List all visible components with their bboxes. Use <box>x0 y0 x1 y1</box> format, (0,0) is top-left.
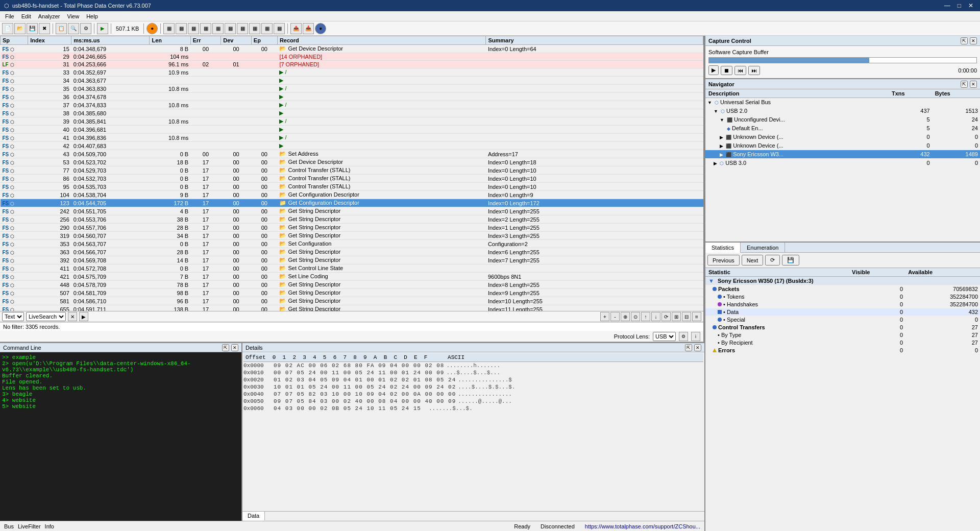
cmd-body[interactable]: >> example 2> open(u'D:\\Program Files\\… <box>0 352 241 521</box>
search-go-button[interactable]: ▶ <box>79 312 88 321</box>
table-row[interactable]: FS ⬡ 42 0:04.407,683 ▶ <box>1 142 703 150</box>
maximize-button[interactable]: □ <box>955 2 964 10</box>
tb-grid5[interactable]: ▦ <box>212 23 224 34</box>
minimize-button[interactable]: — <box>942 2 953 10</box>
nav-row[interactable]: ▶ ⬛ Sony Ericsson W3... 432 1489 <box>705 150 980 159</box>
cell-record[interactable]: 📂 Control Transfer (STALL) <box>277 183 486 191</box>
table-row[interactable]: FS ⬡ 36 0:04.374,678 ▶ <box>1 93 703 101</box>
cell-record[interactable]: 📂 Get Configuration Descriptor <box>277 191 486 199</box>
cc-stop-btn[interactable]: ⏹ <box>721 66 732 75</box>
lens-icon-1[interactable]: + <box>600 312 609 321</box>
stats-row[interactable]: • By Recipient 0 27 <box>705 339 980 347</box>
table-row[interactable]: FS ⬡ 290 0:04.557,706 28 B 17 00 00 📂 Ge… <box>1 224 703 232</box>
table-row[interactable]: FS ⬡ 104 0:04.538,704 9 B 17 00 00 📂 Get… <box>1 191 703 199</box>
tb-grid2[interactable]: ▦ <box>176 23 187 34</box>
cell-record[interactable]: 📂 Set Address <box>277 150 486 158</box>
menu-view[interactable]: View <box>64 12 83 20</box>
table-row[interactable]: FS ⬡ 86 0:04.532,703 0 B 17 00 00 📂 Cont… <box>1 175 703 183</box>
tree-arrow[interactable]: ▶ <box>714 161 717 166</box>
details-tab-data[interactable]: Data <box>242 512 265 521</box>
table-row[interactable]: FS ⬡ 39 0:04.385,841 10.8 ms ▶ / <box>1 117 703 126</box>
menu-edit[interactable]: Edit <box>18 12 34 20</box>
tree-arrow[interactable]: ▼ <box>707 100 712 105</box>
cc-skip-btn[interactable]: ⏭ <box>748 66 760 75</box>
cell-record[interactable]: 📁 Get Configuration Descriptor <box>277 199 486 207</box>
save-button[interactable]: 💾 <box>27 23 38 34</box>
lens-icon-5[interactable]: ↑ <box>641 312 650 321</box>
table-row[interactable]: FS ⬡ 256 0:04.553,706 38 B 17 00 00 📂 Ge… <box>1 215 703 224</box>
lens-icon-9[interactable]: ⊟ <box>682 312 691 321</box>
lens-icon-8[interactable]: ⊞ <box>672 312 681 321</box>
table-row[interactable]: FS ⬡ 43 0:04.509,700 0 B 00 00 00 📂 Set … <box>1 150 703 158</box>
cell-record[interactable]: [7 ORPHANED] <box>277 61 486 68</box>
lens-icon-3[interactable]: ⊕ <box>621 312 630 321</box>
stats-body[interactable]: Statistic Visible Available ▼ Sony Erics… <box>705 268 980 531</box>
lens-apply-btn[interactable]: ⚙ <box>679 332 688 341</box>
details-float-btn[interactable]: ⇱ <box>685 344 692 351</box>
cell-record[interactable]: 📂 Get String Descriptor <box>277 207 486 215</box>
tb-grid8[interactable]: ▦ <box>249 23 260 34</box>
cc-close-btn[interactable]: ✕ <box>970 37 977 44</box>
tb-grid7[interactable]: ▦ <box>237 23 248 34</box>
cell-record[interactable]: ▶ / <box>277 85 486 93</box>
lens-info-btn[interactable]: i <box>691 332 700 341</box>
details-close-btn[interactable]: ✕ <box>694 344 701 351</box>
cell-record[interactable]: ▶ / <box>277 68 486 77</box>
nav-row[interactable]: ▼ ⬛ Unconfigured Devi... 5 24 <box>705 115 980 124</box>
table-row[interactable]: FS ⬡ 53 0:04.523,702 18 B 17 00 00 📂 Get… <box>1 158 703 166</box>
nav-row[interactable]: ▶ ⬛ Unknown Device (... 0 0 <box>705 133 980 141</box>
tb-export1[interactable]: 📤 <box>290 23 302 34</box>
table-row[interactable]: FS ⬡ 35 0:04.363,830 10.8 ms ▶ / <box>1 85 703 93</box>
cell-record[interactable]: 📂 Get Device Descriptor <box>277 45 486 53</box>
menu-analyzer[interactable]: Analyzer <box>35 12 63 20</box>
cell-record[interactable]: 📂 Get String Descriptor <box>277 305 486 311</box>
cell-record[interactable]: 📂 Set Control Line State <box>277 264 486 273</box>
details-controls[interactable]: ⇱ ✕ <box>685 344 701 351</box>
table-row[interactable]: FS ⬡ 15 0:04.348,679 8 B 00 00 00 📂 Get … <box>1 45 703 53</box>
tb-grid1[interactable]: ▦ <box>163 23 175 34</box>
cell-record[interactable]: 📂 Get String Descriptor <box>277 289 486 297</box>
search-mode-select[interactable]: LiveSearch <box>26 312 66 321</box>
lens-icon-2[interactable]: - <box>610 312 620 321</box>
stats-export-btn[interactable]: 💾 <box>782 255 799 266</box>
tb-btn5[interactable]: 📋 <box>56 23 67 34</box>
lens-icon-6[interactable]: ↓ <box>651 312 660 321</box>
menu-file[interactable]: File <box>2 12 17 20</box>
table-row[interactable]: FS ⬡ 411 0:04.572,708 0 B 17 00 00 📂 Set… <box>1 264 703 273</box>
cc-window-controls[interactable]: ⇱ ✕ <box>961 37 977 44</box>
search-clear-button[interactable]: ✕ <box>68 312 77 321</box>
cell-record[interactable]: 📂 Set Configuration <box>277 240 486 248</box>
status-info-tab[interactable]: Info <box>45 523 54 529</box>
play-button[interactable]: ▶ <box>97 23 108 34</box>
close-file-button[interactable]: ✖ <box>39 23 50 34</box>
stats-prev-btn[interactable]: Previous <box>707 255 740 266</box>
table-row[interactable]: FS ⬡ 40 0:04.396,681 ▶ <box>1 126 703 134</box>
table-row[interactable]: FS ⬡ 33 0:04.352,697 10.9 ms ▶ / <box>1 68 703 77</box>
orphaned-link[interactable]: [7 ORPHANED] <box>279 61 319 67</box>
cell-record[interactable]: ▶ / <box>277 117 486 126</box>
tb-grid6[interactable]: ▦ <box>225 23 236 34</box>
stats-row[interactable]: Errors 0 0 <box>705 347 980 354</box>
stats-row[interactable]: Control Transfers 0 27 <box>705 324 980 331</box>
titlebar-controls[interactable]: — □ ✕ <box>942 2 976 10</box>
table-row[interactable]: FS ⬡ 581 0:04.586,710 96 B 17 00 00 📂 Ge… <box>1 297 703 305</box>
tb-grid4[interactable]: ▦ <box>200 23 211 34</box>
cc-float-btn[interactable]: ⇱ <box>961 37 968 44</box>
table-row[interactable]: FS ⬡ 507 0:04.581,709 98 B 17 00 00 📂 Ge… <box>1 289 703 297</box>
nav-row[interactable]: ▼ ⬡ USB 2.0 437 1513 <box>705 107 980 115</box>
table-row[interactable]: FS ⬡ 242 0:04.551,705 4 B 17 00 00 📂 Get… <box>1 207 703 215</box>
table-row[interactable]: FS ⬡ 363 0:04.566,707 28 B 17 00 00 📂 Ge… <box>1 248 703 256</box>
nav-row[interactable]: ▼ ⬡ Universal Serial Bus <box>705 98 980 107</box>
tree-arrow[interactable]: ▼ <box>714 109 718 114</box>
cell-record[interactable]: ▶ / <box>277 134 486 142</box>
cell-record[interactable]: 📂 Get String Descriptor <box>277 232 486 240</box>
search-type-select[interactable]: Text <box>2 312 24 321</box>
nav-close-btn[interactable]: ✕ <box>970 81 977 88</box>
stats-expand-icon[interactable]: ▼ <box>708 278 714 284</box>
status-livefilter-tab[interactable]: LiveFilter <box>18 523 41 529</box>
cmd-controls[interactable]: ⇱ ✕ <box>222 344 238 351</box>
stats-tab-enumeration[interactable]: Enumeration <box>741 243 785 253</box>
stats-tab-statistics[interactable]: Statistics <box>705 243 741 253</box>
cell-record[interactable]: 📂 Control Transfer (STALL) <box>277 175 486 183</box>
table-row[interactable]: FS ⬡ 392 0:04.569,708 14 B 17 00 00 📂 Ge… <box>1 256 703 264</box>
